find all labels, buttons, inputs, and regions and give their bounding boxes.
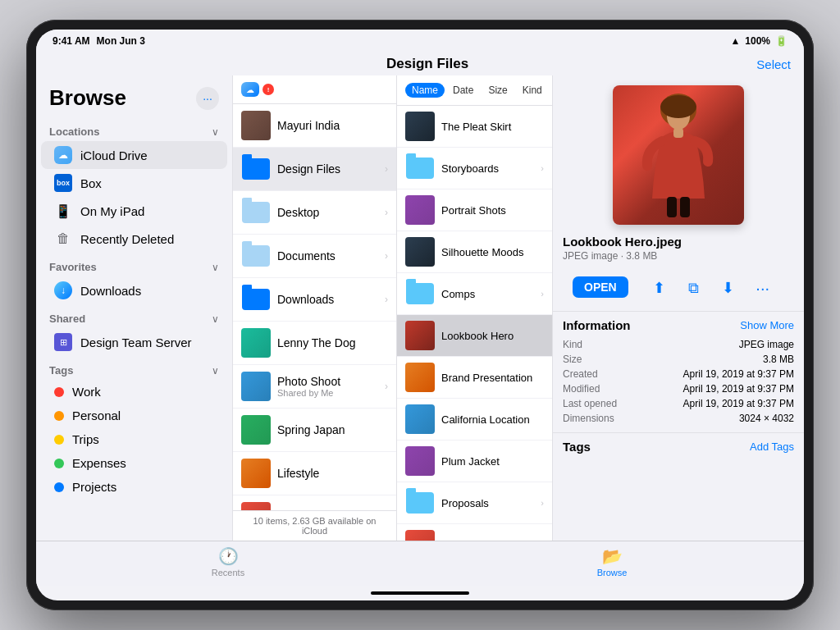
sidebar-item-box[interactable]: box Box [41,169,227,197]
file-item-proposals[interactable]: Proposals › [397,482,552,524]
middle-item-lifestyle[interactable]: Lifestyle [233,452,396,495]
pleat-skirt-name: The Pleat Skirt [441,121,544,133]
browse-title: Browse [49,85,126,111]
time-display: 9:41 AM [52,35,90,47]
lookbook-hero-thumb [405,321,435,350]
file-item-brand-presentation[interactable]: Brand Presentation [397,357,552,399]
desktop-chevron: › [385,207,388,218]
size-value: 3.8 MB [763,354,794,365]
preview-image-area [553,75,804,235]
notification-badge: ! [262,84,274,95]
file-list: The Pleat Skirt Storyboards › [397,106,552,541]
info-row-dimensions: Dimensions 3024 × 4032 [563,411,794,426]
server-icon: ⊞ [54,333,72,351]
info-row-kind: Kind JPEG image [563,337,794,352]
info-row-last-opened: Last opened April 19, 2019 at 9:37 PM [563,396,794,411]
middle-item-downloads[interactable]: Downloads › [233,278,396,322]
middle-item-documents[interactable]: Documents › [233,235,396,278]
middle-item-lenny[interactable]: Lenny The Dog [233,322,396,365]
file-item-storyboards[interactable]: Storyboards › [397,148,552,189]
work-tag-label: Work [72,385,101,399]
share-icon[interactable]: ⬆ [648,276,671,299]
sidebar-item-design-team-server[interactable]: ⊞ Design Team Server [41,328,227,356]
design-files-label: Design Files [277,162,378,176]
locations-section-header: Locations ∨ [36,117,232,141]
sidebar-item-recently-deleted[interactable]: 🗑 Recently Deleted [41,225,227,253]
sidebar-item-icloud-drive[interactable]: ☁ iCloud Drive [41,141,227,169]
tags-section: Tags Add Tags [553,432,804,460]
file-item-color-inspiration[interactable]: Color Inspiration [397,524,552,541]
more-button[interactable]: ··· [196,87,219,110]
tab-browse[interactable]: 📂 Browse [579,546,645,578]
downloads-folder-chevron: › [385,294,388,305]
mayuri-india-label: Mayuri India [277,119,388,132]
sort-name[interactable]: Name [405,83,445,98]
preview-figure-svg [637,92,719,219]
sidebar-item-work[interactable]: Work [41,380,227,404]
lookbook-hero-name: Lookbook Hero [441,330,544,342]
photo-shoot-label: Photo Shoot [277,375,378,388]
middle-icloud-icon: ☁ [241,82,259,97]
design-files-folder-icon [241,154,271,184]
portrait-shots-thumb [405,195,435,225]
middle-item-desktop[interactable]: Desktop › [233,191,396,235]
middle-item-party-invite[interactable]: Party Invite [233,495,396,510]
recently-deleted-label: Recently Deleted [80,232,174,246]
comps-folder [405,279,435,308]
file-item-silhouette-moods[interactable]: Silhouette Moods [397,231,552,273]
preview-filename: Lookbook Hero.jpeg [563,235,794,249]
storyboards-chevron: › [541,163,544,173]
party-invite-thumb [241,502,271,510]
more-actions-icon[interactable]: ··· [751,276,774,299]
sidebar-item-personal[interactable]: Personal [41,404,227,427]
box-label: Box [80,176,102,190]
middle-item-design-files[interactable]: Design Files › [233,148,396,191]
svg-point-2 [660,95,696,118]
photo-shoot-chevron: › [385,381,388,392]
preview-details: Lookbook Hero.jpeg JPEG image · 3.8 MB [553,235,804,268]
battery-display: 100% [745,35,770,47]
downloads-folder-label: Downloads [277,293,378,306]
trips-tag-label: Trips [72,432,99,446]
middle-item-spring-japan[interactable]: Spring Japan [233,409,396,452]
sidebar-item-expenses[interactable]: Expenses [41,451,227,475]
open-button[interactable]: OPEN [573,276,628,298]
copy-icon[interactable]: ⧉ [682,276,705,299]
status-bar: 9:41 AM Mon Jun 3 ▲ 100% 🔋 [36,30,804,52]
show-more-button[interactable]: Show More [740,319,794,331]
portrait-shots-name: Portrait Shots [441,204,544,217]
downloads-icon: ↓ [54,281,72,299]
select-button[interactable]: Select [756,57,791,71]
desktop-label: Desktop [277,206,378,219]
file-item-portrait-shots[interactable]: Portrait Shots [397,189,552,231]
sort-kind[interactable]: Kind [516,83,549,98]
save-icon[interactable]: ⬇ [717,276,740,299]
middle-item-photo-shoot[interactable]: Photo Shoot Shared by Me › [233,365,396,409]
file-toolbar: Name Date Size Kind Tags ⊞ ☰ ▦ [397,75,552,106]
file-item-plum-jacket[interactable]: Plum Jacket [397,441,552,482]
storyboards-name: Storyboards [441,162,534,175]
california-location-name: California Location [441,413,544,426]
sidebar-item-trips[interactable]: Trips [41,427,227,451]
add-tags-button[interactable]: Add Tags [750,441,794,453]
file-item-lookbook-hero[interactable]: Lookbook Hero [397,315,552,357]
file-item-the-pleat-skirt[interactable]: The Pleat Skirt [397,106,552,148]
sort-size[interactable]: Size [482,83,514,98]
tab-recents[interactable]: 🕐 Recents [195,546,261,578]
sidebar-item-projects[interactable]: Projects [41,475,227,499]
middle-item-mayuri-india[interactable]: Mayuri India [233,104,396,148]
last-opened-value: April 19, 2019 at 9:37 PM [683,398,794,409]
sort-date[interactable]: Date [446,83,480,98]
trash-icon: 🗑 [54,230,72,248]
sidebar-item-on-my-ipad[interactable]: 📱 On My iPad [41,197,227,225]
file-item-comps[interactable]: Comps › [397,273,552,315]
silhouette-moods-name: Silhouette Moods [441,246,544,258]
info-header: Information Show More [563,318,794,332]
sidebar-item-downloads[interactable]: ↓ Downloads [41,276,227,304]
tags-chevron: ∨ [212,365,219,377]
file-item-california-location[interactable]: California Location [397,399,552,441]
california-location-thumb [405,404,435,434]
lenny-label: Lenny The Dog [277,336,388,349]
proposals-folder [405,488,435,518]
date-display: Mon Jun 3 [97,35,145,47]
